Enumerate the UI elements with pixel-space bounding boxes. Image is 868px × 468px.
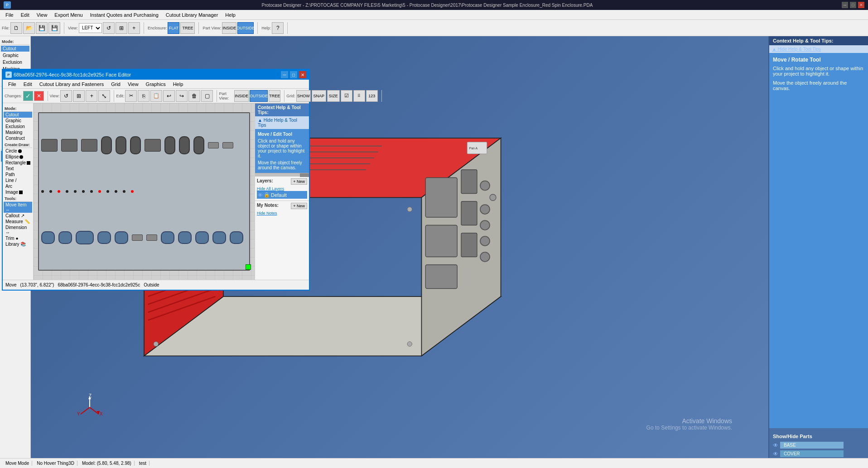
fe-edit-undo-button[interactable]: ↩: [163, 90, 175, 102]
fe-view-zoomout-button[interactable]: ⤡: [98, 90, 110, 102]
tree-button[interactable]: TREE: [180, 22, 195, 34]
fe-menu-help[interactable]: Help: [169, 81, 187, 88]
new-button[interactable]: 🗋: [10, 22, 22, 34]
fe-tree-button[interactable]: TREE: [269, 90, 280, 102]
eye-base-icon: 👁: [773, 442, 778, 449]
fe-menu-edit[interactable]: Edit: [20, 81, 36, 88]
fe-view-zoomin-button[interactable]: +: [86, 90, 97, 102]
fe-sidebar-masking[interactable]: Masking: [4, 129, 32, 135]
fe-sidebar-line[interactable]: Line /: [4, 177, 32, 183]
fe-edit-paste-button[interactable]: 📋: [150, 90, 162, 102]
fe-sidebar-dimension[interactable]: Dimension ↔: [4, 224, 32, 235]
sidebar-mode-graphic[interactable]: Graphic: [1, 53, 29, 58]
fe-sidebar-ellipse[interactable]: Ellipse: [4, 154, 32, 160]
face-editor-canvas[interactable]: [34, 103, 255, 280]
fe-sidebar-rectangle[interactable]: Rectangle: [4, 160, 32, 166]
fe-sidebar-path[interactable]: Path: [4, 172, 32, 177]
notes-title-bar: My Notes: + New: [257, 203, 307, 209]
fe-discard-changes-button[interactable]: ✕: [34, 91, 44, 101]
hide-all-layers-link[interactable]: Hide All Layers: [257, 186, 284, 191]
partview-toolbar-group: Part View: INSIDE OUTSIDE: [203, 22, 258, 34]
face-editor-context-help: Context Help & Tool Tips: ▲ Hide Help & …: [255, 103, 309, 177]
fe-sidebar-cutout[interactable]: Cutout: [4, 112, 32, 118]
fe-partview-inside-button[interactable]: INSIDE: [234, 90, 249, 102]
part-item-cover[interactable]: 👁 COVER: [769, 449, 868, 458]
face-editor-minimize-button[interactable]: ─: [281, 71, 288, 78]
outside-button[interactable]: OUTSIDE: [237, 22, 254, 34]
fe-menu-view[interactable]: View: [124, 81, 142, 88]
fit-button[interactable]: ⊞: [116, 22, 127, 34]
svg-text:Y: Y: [77, 411, 80, 416]
menu-file[interactable]: File: [2, 11, 17, 19]
fe-menu-graphics[interactable]: Graphics: [142, 81, 169, 88]
fe-sidebar-measure[interactable]: Measure 📏: [4, 219, 32, 224]
fe-edit-cut-button[interactable]: ✂: [125, 90, 137, 102]
menu-cutout-library[interactable]: Cutout Library Manager: [162, 11, 222, 19]
fe-grid-check-button[interactable]: ☑: [341, 90, 352, 102]
svg-line-36: [81, 407, 90, 414]
svg-point-24: [407, 342, 412, 347]
menu-view[interactable]: View: [33, 11, 51, 19]
zoomin-button[interactable]: +: [128, 22, 140, 34]
open-button[interactable]: 📂: [23, 22, 35, 34]
menu-edit[interactable]: Edit: [17, 11, 33, 19]
inside-button[interactable]: INSIDE: [222, 22, 236, 34]
minimize-button[interactable]: ─: [842, 2, 848, 8]
fe-view-fit-button[interactable]: ⊞: [73, 90, 85, 102]
saveas-button[interactable]: 💾: [48, 22, 60, 34]
fe-apply-changes-button[interactable]: ✓: [23, 91, 33, 101]
fe-grid-snap-button[interactable]: SNAP: [312, 90, 326, 102]
fe-edit-redo-button[interactable]: ↪: [176, 90, 188, 102]
fe-menu-file[interactable]: File: [5, 81, 20, 88]
sidebar-mode-cutout[interactable]: Cutout: [1, 46, 29, 52]
fe-edit-delete-button[interactable]: 🗑: [188, 90, 200, 102]
fe-view-refresh-button[interactable]: ↺: [60, 90, 72, 102]
svg-rect-7: [461, 170, 477, 194]
flat-button[interactable]: FLAT: [168, 22, 179, 34]
menu-instant-quotes[interactable]: Instant Quotes and Purchasing: [87, 11, 162, 19]
menu-export[interactable]: Export Menu: [51, 11, 86, 19]
face-editor-titlebar: P 68ba065f-2976-4ecc-9c38-fcc1dc2e925c F…: [3, 70, 309, 80]
fe-sidebar-library[interactable]: Library 📚: [4, 241, 32, 247]
fe-grid-size-button[interactable]: SIZE: [327, 90, 340, 102]
right-hide-help-link[interactable]: ▲ Hide Help & Tool Tips: [772, 47, 821, 52]
fe-sidebar-exclusion[interactable]: Exclusion: [4, 124, 32, 129]
fe-partview-outside-button[interactable]: OUTSIDE: [250, 90, 268, 102]
fe-edit-copy-button[interactable]: ⎘: [138, 90, 149, 102]
layers-label: Layers:: [257, 178, 273, 185]
maximize-button[interactable]: □: [850, 2, 856, 8]
new-note-button[interactable]: + New: [291, 203, 307, 209]
new-layer-button[interactable]: + New: [291, 178, 307, 185]
notes-label: My Notes:: [257, 203, 279, 209]
view-select[interactable]: LEFT: [79, 23, 102, 33]
fe-sidebar-callout[interactable]: Callout ↗: [4, 213, 32, 219]
fe-grid-dots-button[interactable]: ⠿: [353, 90, 365, 102]
fe-sidebar-trim[interactable]: Trim ●: [4, 235, 32, 241]
refresh-button[interactable]: ↺: [103, 22, 115, 34]
part-item-base[interactable]: 👁 BASE: [769, 441, 868, 449]
fe-menu-cutout-library[interactable]: Cutout Library and Fasteners: [36, 81, 107, 88]
close-button[interactable]: ✕: [858, 2, 864, 8]
fe-grid-numbers-button[interactable]: 123: [366, 90, 378, 102]
face-editor-maximize-button[interactable]: □: [290, 71, 297, 78]
help-button[interactable]: ?: [272, 22, 284, 34]
fe-menu-grid[interactable]: Grid: [107, 81, 124, 88]
activate-line1: Activate Windows: [646, 417, 732, 425]
sidebar-mode-exclusion[interactable]: Exclusion: [1, 59, 29, 65]
face-editor-close-button[interactable]: ✕: [299, 71, 306, 78]
fe-sidebar-arc[interactable]: Arc: [4, 183, 32, 189]
menu-help[interactable]: Help: [222, 11, 239, 19]
fe-sidebar-circle[interactable]: Circle: [4, 148, 32, 154]
fe-sidebar-text[interactable]: Text: [4, 166, 32, 172]
fe-grid-show-button[interactable]: SHOW: [296, 90, 311, 102]
fe-sidebar-moveitem[interactable]: Move Item ↔: [4, 202, 32, 213]
layer-default[interactable]: 👁 🔒 Default: [257, 191, 307, 199]
hide-notes-link[interactable]: Hide Notes: [257, 211, 277, 215]
save-button[interactable]: 💾: [36, 22, 48, 34]
fe-hide-help-link[interactable]: ▲ Hide Help & Tool Tips: [258, 118, 297, 128]
fe-toolbar-edit: Edit: ✂ ⎘ 📋 ↩ ↪ 🗑 ▢: [116, 90, 217, 102]
fe-sidebar-construct[interactable]: Construct: [4, 135, 32, 141]
fe-sidebar-image[interactable]: Image: [4, 189, 32, 195]
fe-sidebar-graphic[interactable]: Graphic: [4, 118, 32, 124]
fe-edit-select-button[interactable]: ▢: [201, 90, 213, 102]
